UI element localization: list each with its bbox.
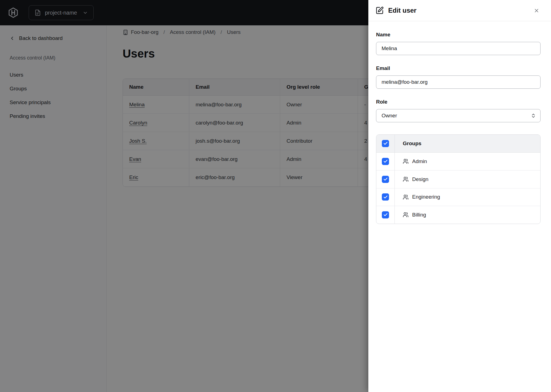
group-row: Admin <box>376 153 540 171</box>
email-input[interactable] <box>376 75 541 89</box>
group-checkbox[interactable] <box>382 211 389 218</box>
email-field-label: Email <box>376 65 541 71</box>
group-name-label: Engineering <box>412 194 440 200</box>
role-selected-value: Owner <box>382 113 397 119</box>
role-select[interactable]: Owner <box>376 109 541 122</box>
name-field-label: Name <box>376 32 541 38</box>
drawer-title: Edit user <box>388 7 417 14</box>
select-stepper-icon <box>531 113 536 118</box>
edit-pencil-icon <box>376 6 384 15</box>
users-group-icon <box>403 158 409 164</box>
group-name-label: Admin <box>412 158 427 164</box>
groups-select-all-checkbox[interactable] <box>382 140 389 147</box>
drawer-body: Name Email Role Owner <box>368 21 551 224</box>
groups-list: Admin <box>376 153 540 224</box>
group-row: Billing <box>376 206 540 224</box>
close-drawer-button[interactable] <box>533 7 541 15</box>
users-group-icon <box>403 212 409 218</box>
groups-header-row: Groups <box>376 135 540 153</box>
group-checkbox[interactable] <box>382 193 389 201</box>
users-group-icon <box>403 194 409 200</box>
group-checkbox[interactable] <box>382 176 389 183</box>
groups-header-label: Groups <box>395 135 540 153</box>
users-group-icon <box>403 176 409 182</box>
groups-card: Groups <box>376 134 541 224</box>
group-row: Engineering <box>376 188 540 206</box>
group-name-label: Design <box>412 176 428 182</box>
close-icon <box>534 8 539 13</box>
name-input[interactable] <box>376 42 541 55</box>
edit-user-drawer: Edit user Name Email Role Owner <box>368 0 551 392</box>
group-row: Design <box>376 170 540 188</box>
group-name-label: Billing <box>412 212 426 218</box>
role-field-label: Role <box>376 99 541 105</box>
drawer-header: Edit user <box>368 0 551 21</box>
group-checkbox[interactable] <box>382 158 389 165</box>
